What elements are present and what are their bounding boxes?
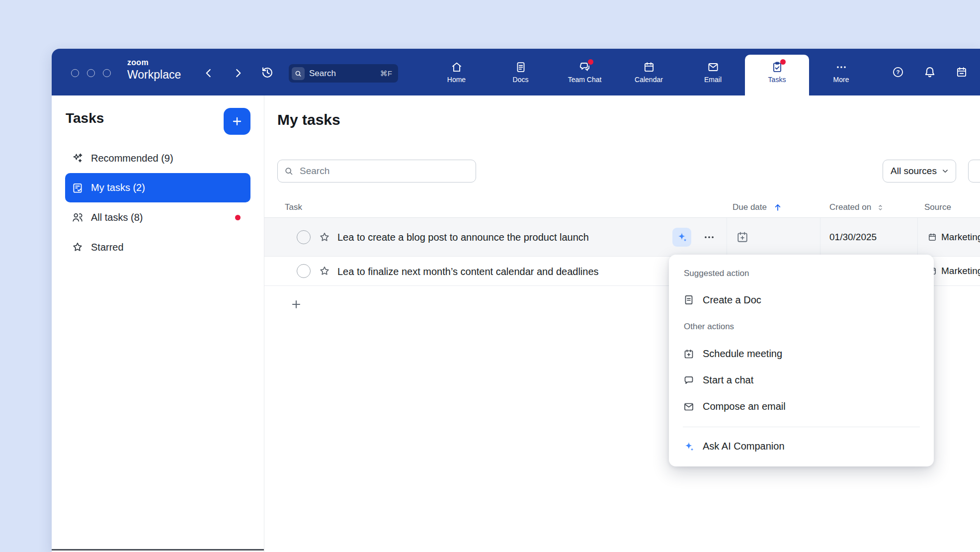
task-title: Lea to create a blog post to announce th… [337, 231, 589, 244]
nav-email[interactable]: Email [681, 49, 745, 95]
menu-item-label: Schedule meeting [703, 348, 782, 360]
nav-tasks[interactable]: Tasks [745, 55, 809, 95]
topbar-right-actions: ? [892, 49, 968, 95]
plus-icon [231, 115, 244, 128]
window-zoom-button[interactable] [103, 69, 111, 77]
menu-section-label: Other actions [669, 320, 934, 334]
source-calendar-icon [927, 232, 937, 242]
help-button[interactable]: ? [892, 66, 904, 79]
team-chat-icon [578, 61, 591, 74]
desktop-background: zoom Workplace [0, 0, 980, 552]
brand-logo: zoom Workplace [127, 59, 181, 81]
topbar: zoom Workplace [52, 49, 980, 95]
source-filter-dropdown[interactable]: All sources [883, 160, 956, 183]
ai-actions-menu: Suggested action Create a Doc Other acti… [669, 255, 934, 466]
task-title: Lea to finalize next month’s content cal… [337, 265, 599, 278]
document-icon [683, 294, 695, 306]
task-complete-checkbox[interactable] [297, 264, 311, 278]
column-header-due-date[interactable]: Due date [733, 201, 783, 213]
sidebar-item-my-tasks[interactable]: My tasks (2) [65, 173, 250, 202]
created-on-value: 01/30/2025 [829, 231, 877, 243]
column-header-task[interactable]: Task [285, 201, 302, 213]
people-icon [71, 211, 84, 224]
nav-docs[interactable]: Docs [489, 49, 553, 95]
search-shortcut: ⌘F [380, 69, 392, 78]
menu-item-start-chat[interactable]: Start a chat [669, 367, 934, 393]
forward-button[interactable] [232, 67, 245, 80]
calendar-plus-icon [683, 348, 695, 360]
nav-calendar[interactable]: Calendar [617, 49, 681, 95]
source-value: Marketing [941, 231, 980, 243]
notification-dot [780, 59, 786, 65]
sort-toggle-icon [876, 203, 885, 212]
new-task-button[interactable] [290, 298, 303, 311]
page-title: My tasks [277, 111, 340, 128]
column-header-label: Created on [829, 201, 871, 213]
menu-item-label: Compose an email [703, 401, 786, 412]
sidebar: Tasks Recommended (9) My tasks ( [52, 95, 264, 552]
sidebar-item-label: My tasks (2) [91, 182, 145, 193]
menu-item-label: Create a Doc [703, 294, 761, 306]
task-complete-checkbox[interactable] [297, 230, 311, 244]
notification-dot [235, 215, 241, 220]
search-icon [292, 67, 305, 80]
plus-icon [290, 298, 303, 311]
sidebar-item-recommended[interactable]: Recommended (9) [65, 143, 250, 173]
add-task-button[interactable] [224, 108, 250, 135]
search-icon [284, 166, 294, 176]
notifications-button[interactable] [923, 65, 937, 79]
window-controls [71, 69, 111, 77]
menu-item-create-doc[interactable]: Create a Doc [669, 286, 934, 313]
history-button[interactable] [260, 66, 274, 80]
column-header-created-on[interactable]: Created on [829, 201, 885, 213]
ai-companion-button[interactable] [672, 228, 691, 247]
sidebar-item-label: Starred [91, 242, 124, 253]
tasks-icon [771, 61, 784, 74]
clipped-filter-button[interactable] [968, 160, 980, 183]
chevron-right-icon [232, 67, 245, 80]
chevron-down-icon [941, 167, 950, 176]
calendar-plus-icon [735, 230, 749, 244]
sidebar-item-label: Recommended (9) [91, 153, 173, 164]
column-header-source[interactable]: Source [924, 201, 951, 213]
sidebar-item-all-tasks[interactable]: All tasks (8) [65, 202, 250, 232]
brand-workplace: Workplace [127, 69, 181, 81]
svg-text:?: ? [897, 69, 900, 75]
column-header-label: Due date [733, 201, 767, 213]
nav-label: Tasks [768, 76, 786, 84]
sidebar-item-starred[interactable]: Starred [65, 232, 250, 262]
menu-item-ask-ai-companion[interactable]: Ask AI Companion [669, 433, 934, 460]
menu-item-compose-email[interactable]: Compose an email [669, 393, 934, 420]
chevron-left-icon [202, 67, 215, 80]
task-search [277, 160, 476, 183]
nav-more[interactable]: More [809, 49, 873, 95]
window-minimize-button[interactable] [87, 69, 95, 77]
nav-home[interactable]: Home [424, 49, 489, 95]
task-search-input[interactable] [277, 160, 476, 183]
window-close-button[interactable] [71, 69, 79, 77]
star-icon[interactable] [318, 265, 331, 277]
docs-icon [514, 61, 527, 74]
nav-label: More [833, 76, 849, 84]
menu-item-schedule-meeting[interactable]: Schedule meeting [669, 341, 934, 367]
table-header: Task Due date Created on Source [264, 197, 980, 218]
global-search-input[interactable] [309, 69, 376, 79]
back-button[interactable] [202, 67, 215, 80]
menu-item-label: Ask AI Companion [703, 441, 785, 452]
history-icon [260, 66, 274, 80]
bell-icon [923, 65, 937, 79]
star-icon[interactable] [318, 231, 331, 244]
table-row[interactable]: Lea to create a blog post to announce th… [264, 218, 980, 257]
nav-label: Email [704, 76, 722, 84]
nav-label: Docs [513, 76, 529, 84]
schedule-button[interactable] [955, 66, 968, 79]
row-more-actions-button[interactable] [703, 231, 716, 244]
nav-label: Calendar [635, 76, 663, 84]
add-due-date-button[interactable] [735, 230, 749, 244]
sidebar-title: Tasks [66, 110, 104, 126]
sidebar-list: Recommended (9) My tasks (2) All tasks (… [65, 143, 250, 262]
menu-divider [683, 427, 920, 427]
email-icon [707, 61, 720, 74]
global-search[interactable]: ⌘F [289, 64, 398, 83]
nav-team-chat[interactable]: Team Chat [553, 49, 617, 95]
